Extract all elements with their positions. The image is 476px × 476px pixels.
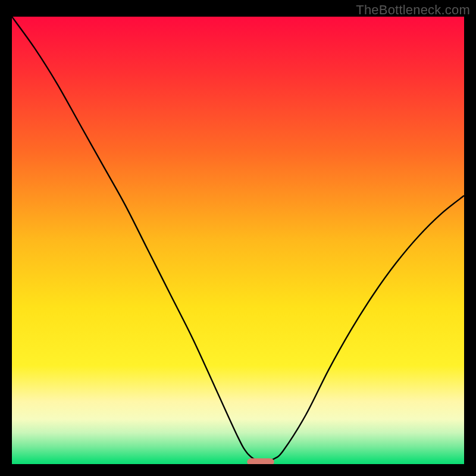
gradient-background — [12, 17, 464, 464]
optimal-marker — [247, 458, 274, 464]
bottleneck-plot — [12, 17, 464, 464]
watermark-label: TheBottleneck.com — [356, 2, 470, 18]
chart-frame: TheBottleneck.com — [0, 0, 476, 476]
chart-svg — [12, 17, 464, 464]
